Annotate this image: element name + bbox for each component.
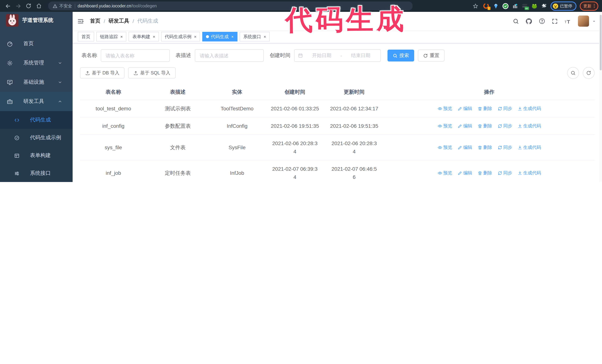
tab-label: 代码生成示例 bbox=[165, 33, 192, 40]
sidebar-subitem-代码生成示例[interactable]: 代码生成示例 bbox=[0, 129, 73, 147]
action-同步[interactable]: 同步 bbox=[497, 169, 512, 177]
tab-代码生成[interactable]: 代码生成× bbox=[203, 32, 237, 42]
created-cell: 2021-02-06 19:51:35 bbox=[265, 117, 324, 135]
security-warning[interactable]: 不安全 bbox=[53, 3, 72, 9]
action-预览[interactable]: 预览 bbox=[437, 169, 452, 177]
close-icon[interactable]: × bbox=[264, 35, 266, 39]
browser-reload-icon[interactable] bbox=[24, 2, 32, 10]
action-编辑[interactable]: 编辑 bbox=[457, 169, 472, 177]
browser-back-icon[interactable] bbox=[4, 2, 12, 10]
sidebar-collapse-icon[interactable] bbox=[77, 18, 84, 25]
action-同步[interactable]: 同步 bbox=[497, 143, 512, 151]
app-logo-row[interactable]: 芋道管理系统 bbox=[0, 12, 73, 29]
action-生成代码[interactable]: 生成代码 bbox=[517, 169, 541, 177]
extension-orange-icon[interactable]: 1 bbox=[483, 3, 489, 9]
action-预览[interactable]: 预览 bbox=[437, 104, 452, 113]
extension-gem-icon[interactable] bbox=[493, 3, 499, 9]
action-生成代码[interactable]: 生成代码 bbox=[517, 122, 541, 130]
browser-menu-icon[interactable] bbox=[594, 4, 595, 8]
row-actions: 预览编辑删除同步生成代码 bbox=[385, 143, 593, 151]
upload-icon bbox=[134, 71, 138, 75]
close-icon[interactable]: × bbox=[153, 35, 155, 39]
extension-check-icon[interactable] bbox=[502, 3, 508, 9]
help-icon[interactable] bbox=[539, 18, 545, 24]
search-button[interactable]: 搜索 bbox=[387, 50, 414, 62]
search-icon[interactable] bbox=[513, 18, 519, 24]
close-icon[interactable]: × bbox=[120, 35, 123, 39]
action-预览[interactable]: 预览 bbox=[437, 143, 452, 151]
extension-switch-icon[interactable]: on bbox=[521, 3, 528, 9]
github-icon[interactable] bbox=[525, 18, 532, 25]
page-url: dashboard.yudao.iocoder.cn/tool/codegen bbox=[78, 4, 157, 8]
tab-代码生成示例[interactable]: 代码生成示例× bbox=[161, 32, 200, 42]
action-预览[interactable]: 预览 bbox=[437, 122, 452, 130]
sidebar-item-基础设施[interactable]: 基础设施 bbox=[0, 73, 73, 92]
extension-frog-icon[interactable] bbox=[531, 3, 537, 9]
breadcrumb-item[interactable]: 首页 bbox=[90, 18, 100, 24]
table-desc-input[interactable] bbox=[195, 49, 264, 62]
address-bar[interactable]: 不安全 dashboard.yudao.iocoder.cn/tool/code… bbox=[48, 1, 413, 10]
action-删除[interactable]: 删除 bbox=[477, 143, 492, 151]
action-删除[interactable]: 删除 bbox=[477, 169, 492, 177]
download-icon bbox=[517, 106, 522, 111]
extension-badge: 1 bbox=[487, 7, 490, 10]
close-icon[interactable]: × bbox=[194, 35, 196, 39]
import-sql-label: 基于 SQL 导入 bbox=[140, 70, 171, 76]
search-form: 表名称 表描述 创建时间 开始日期 - 结束日期 搜索 bbox=[80, 49, 595, 62]
reset-button[interactable]: 重置 bbox=[418, 50, 445, 62]
column-header-操作: 操作 bbox=[384, 85, 595, 100]
action-生成代码[interactable]: 生成代码 bbox=[517, 143, 541, 151]
action-同步[interactable]: 同步 bbox=[497, 122, 512, 130]
page-scrollbar[interactable] bbox=[599, 12, 602, 182]
sidebar-item-首页[interactable]: 首页 bbox=[0, 34, 73, 53]
date-range-picker[interactable]: 开始日期 - 结束日期 bbox=[294, 49, 381, 62]
table-name-cell: inf_config bbox=[80, 117, 147, 135]
toggle-search-button[interactable] bbox=[567, 67, 579, 79]
tab-首页[interactable]: 首页 bbox=[78, 32, 94, 42]
sidebar-subitem-表单构建[interactable]: 表单构建 bbox=[0, 147, 73, 164]
action-编辑[interactable]: 编辑 bbox=[457, 143, 472, 151]
font-size-icon[interactable]: TT bbox=[564, 18, 572, 24]
import-sql-button[interactable]: 基于 SQL 导入 bbox=[128, 67, 176, 79]
action-编辑[interactable]: 编辑 bbox=[457, 122, 472, 130]
actions-cell: 预览编辑删除同步生成代码 bbox=[384, 117, 595, 135]
action-删除[interactable]: 删除 bbox=[477, 122, 492, 130]
profile-paused-pill[interactable]: 已暂停 bbox=[550, 1, 576, 10]
breadcrumb-item: 代码生成 bbox=[138, 18, 158, 24]
actions-cell: 预览编辑删除同步生成代码 bbox=[384, 100, 595, 117]
sidebar-item-系统管理[interactable]: 系统管理 bbox=[0, 53, 73, 73]
action-生成代码[interactable]: 生成代码 bbox=[517, 104, 541, 113]
browser-home-icon[interactable] bbox=[35, 2, 43, 10]
action-label: 预览 bbox=[443, 143, 452, 151]
import-db-label: 基于 DB 导入 bbox=[92, 70, 119, 76]
sidebar-item-研发工具[interactable]: 研发工具 bbox=[0, 92, 73, 111]
bookmark-star-icon[interactable] bbox=[472, 2, 480, 10]
close-icon[interactable]: × bbox=[231, 35, 234, 39]
browser-forward-icon[interactable] bbox=[14, 2, 22, 10]
user-avatar[interactable] bbox=[578, 16, 589, 27]
refresh-table-button[interactable] bbox=[583, 67, 595, 79]
download-icon bbox=[517, 145, 522, 150]
user-menu[interactable] bbox=[578, 16, 596, 27]
updated-cell: 2021-02-06 20:28:34 bbox=[324, 135, 384, 160]
tab-链路追踪[interactable]: 链路追踪× bbox=[96, 32, 127, 42]
table-name-input[interactable] bbox=[101, 49, 170, 62]
action-编辑[interactable]: 编辑 bbox=[457, 104, 472, 113]
tab-表单构建[interactable]: 表单构建× bbox=[129, 32, 159, 42]
chevron-up-icon bbox=[58, 99, 67, 104]
extension-stats-icon[interactable] bbox=[512, 3, 518, 9]
entity-cell: ToolTestDemo bbox=[209, 100, 265, 117]
import-db-button[interactable]: 基于 DB 导入 bbox=[80, 67, 125, 79]
entity-cell: InfJob bbox=[209, 160, 265, 182]
fullscreen-icon[interactable] bbox=[552, 18, 558, 24]
sidebar-subitem-代码生成[interactable]: 代码生成 bbox=[0, 111, 73, 129]
sidebar-subitem-系统接口[interactable]: 系统接口 bbox=[0, 164, 73, 182]
breadcrumb-item[interactable]: 研发工具 bbox=[108, 18, 129, 24]
action-同步[interactable]: 同步 bbox=[497, 104, 512, 113]
tab-系统接口[interactable]: 系统接口× bbox=[240, 32, 270, 42]
scrollbar-thumb[interactable] bbox=[600, 15, 602, 70]
action-删除[interactable]: 删除 bbox=[477, 104, 492, 113]
action-label: 删除 bbox=[483, 169, 492, 177]
browser-update-button[interactable]: 更新 bbox=[580, 1, 598, 10]
extensions-puzzle-icon[interactable] bbox=[541, 3, 547, 9]
